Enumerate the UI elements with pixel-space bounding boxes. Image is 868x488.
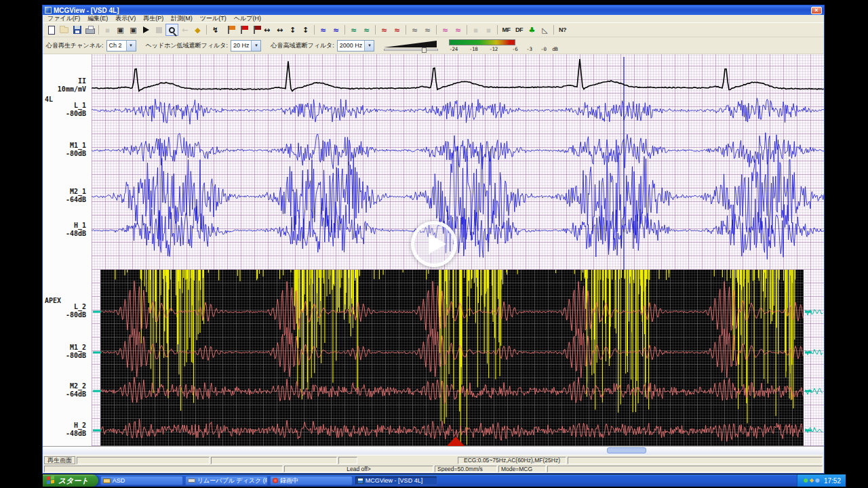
event-marker-button[interactable]: ◆ bbox=[191, 24, 204, 36]
position-scrollbar[interactable] bbox=[43, 446, 824, 455]
start-button[interactable]: スタート bbox=[43, 474, 98, 487]
wave-red-up-icon: ≈ bbox=[381, 26, 387, 34]
level-meter: -24 -18 -12 -6 -3 -0 dB bbox=[449, 39, 557, 52]
gain-up-button[interactable]: ↕ bbox=[286, 24, 299, 36]
volume-thumb[interactable] bbox=[422, 47, 427, 53]
chevron-down-icon[interactable]: ▼ bbox=[364, 41, 374, 51]
task-mcgview-button[interactable]: MCGView - [VSD 4L] bbox=[355, 476, 437, 485]
wave-green-down-icon: ≈ bbox=[363, 26, 370, 34]
wave-red-down-button[interactable]: ≈ bbox=[391, 24, 403, 36]
play-icon bbox=[143, 26, 149, 33]
channel-M1_2-label: M1_2 bbox=[43, 344, 86, 351]
lead-status: Lead off> bbox=[284, 466, 433, 472]
menu-help[interactable]: ヘルプ(H) bbox=[234, 14, 261, 23]
playback-panel-3 bbox=[338, 457, 357, 464]
task-asd-button[interactable]: ASD bbox=[100, 476, 183, 485]
mf-filter-button[interactable]: MF bbox=[500, 24, 513, 36]
wave-green-down-button[interactable]: ≈ bbox=[360, 24, 373, 36]
close-button[interactable]: × bbox=[811, 7, 822, 14]
mode-status: Mode=MCG bbox=[498, 466, 546, 472]
wave-green-up-button[interactable]: ≈ bbox=[347, 24, 360, 36]
wave-blue-down-icon: ≈ bbox=[333, 26, 339, 34]
gain-down-icon: ↕ bbox=[302, 26, 309, 34]
system-tray: ●◆● 17:52 bbox=[797, 474, 846, 487]
video-play-overlay[interactable] bbox=[411, 221, 457, 267]
tray-icon-0[interactable]: ● bbox=[804, 477, 808, 483]
save-file-button[interactable] bbox=[71, 24, 83, 36]
ecg-lead-label: II bbox=[43, 77, 86, 85]
task-label: ASD bbox=[113, 477, 125, 484]
undo-icon: ← bbox=[182, 26, 188, 34]
menu-play[interactable]: 再生(P) bbox=[143, 14, 163, 23]
channel-M2_1-label: M2_1 bbox=[43, 188, 86, 195]
tool-b-button: ▪ bbox=[482, 24, 495, 36]
menu-bar: ファイル(F)編集(E)表示(V)再生(P)計測(M)ツール(T)ヘルプ(H) bbox=[43, 15, 824, 23]
ecg-filter-info: ECG:0.05~75Hz,AC(60Hz),MF(25Hz) bbox=[458, 457, 566, 464]
print-button[interactable] bbox=[83, 24, 96, 36]
wave-blue-down-button[interactable]: ≈ bbox=[330, 24, 342, 36]
df-filter-button[interactable]: DF bbox=[513, 24, 526, 36]
help-icon: N? bbox=[559, 26, 566, 33]
new-file-button[interactable] bbox=[45, 24, 58, 36]
task-removable-disk-button[interactable]: リムーバブル ディスク (F:) bbox=[185, 476, 268, 485]
tray-icon-2[interactable]: ● bbox=[815, 477, 820, 483]
tool-a-icon: ▪ bbox=[473, 26, 478, 34]
title-bar[interactable]: MCGView - [VSD 4L] × bbox=[43, 5, 824, 15]
gain-down-button[interactable]: ↕ bbox=[299, 24, 312, 36]
toolbar-separator bbox=[375, 25, 376, 35]
waveform-plot[interactable] bbox=[92, 54, 824, 446]
snapshot-a-button[interactable]: ▣ bbox=[114, 24, 127, 36]
menu-tools[interactable]: ツール(T) bbox=[200, 14, 226, 23]
span-expand-icon: ↔ bbox=[264, 26, 270, 34]
wave-pink-down-button[interactable]: ≈ bbox=[452, 24, 465, 36]
volume-track[interactable] bbox=[384, 49, 438, 51]
wave-blue-up-icon: ≈ bbox=[320, 26, 326, 34]
exercise-mode-button[interactable]: ↯ bbox=[209, 24, 222, 36]
wave-gray-down-button[interactable]: ≈ bbox=[421, 24, 434, 36]
wave-red-up-button[interactable]: ≈ bbox=[378, 24, 391, 36]
report-area-button[interactable]: ◺ bbox=[538, 24, 551, 36]
main-toolbar: ▪▣▣←◆↯↔↔↕↕≈≈≈≈≈≈≈≈≈≈▪▪MFDF♣◺N? bbox=[43, 23, 824, 37]
help-button[interactable]: N? bbox=[556, 24, 569, 36]
scrollbar-thumb[interactable] bbox=[607, 447, 646, 453]
span-compress-icon: ↔ bbox=[277, 26, 283, 34]
span-expand-button[interactable]: ↔ bbox=[260, 24, 273, 36]
tray-icon-1[interactable]: ◆ bbox=[810, 477, 814, 483]
highcut-select[interactable]: 2000 Hz ▼ bbox=[337, 40, 375, 52]
channel-select[interactable]: Ch 2 ▼ bbox=[106, 40, 136, 52]
volume-slider[interactable] bbox=[384, 41, 438, 51]
chevron-down-icon[interactable]: ▼ bbox=[126, 41, 136, 51]
chevron-down-icon[interactable]: ▼ bbox=[251, 41, 260, 51]
lowcut-label: ヘッドホン低域遮断フィルタ: bbox=[146, 41, 228, 50]
wave-pink-up-button[interactable]: ≈ bbox=[439, 24, 452, 36]
wave-blue-up-button[interactable]: ≈ bbox=[317, 24, 330, 36]
play-button[interactable] bbox=[140, 24, 153, 36]
span-compress-button[interactable]: ↔ bbox=[273, 24, 286, 36]
lowcut-select[interactable]: 20 Hz ▼ bbox=[231, 40, 262, 52]
playback-panel-1 bbox=[77, 457, 210, 464]
playback-screen-label: 再生画面 bbox=[44, 456, 75, 464]
tray-icons[interactable]: ●◆● bbox=[804, 478, 821, 483]
flag-orange-button[interactable] bbox=[222, 24, 235, 36]
drive-icon bbox=[188, 479, 195, 483]
highcut-label: 心音高域遮断フィルタ: bbox=[271, 41, 334, 50]
menu-file[interactable]: ファイル(F) bbox=[47, 14, 80, 23]
channel-M1_1-gain: -80dB bbox=[43, 150, 86, 157]
menu-measure[interactable]: 計測(M) bbox=[171, 14, 193, 23]
play-icon bbox=[429, 234, 446, 254]
app-icon bbox=[45, 7, 52, 14]
patient-button[interactable]: ♣ bbox=[526, 24, 538, 36]
open-file-button bbox=[58, 24, 71, 36]
channel-M2_1-gain: -64dB bbox=[43, 196, 86, 203]
save-file-icon bbox=[73, 26, 81, 34]
flag-dark-red-button[interactable] bbox=[248, 24, 260, 36]
snapshot-b-button[interactable]: ▣ bbox=[127, 24, 140, 36]
menu-edit[interactable]: 編集(E) bbox=[87, 14, 108, 23]
wave-gray-up-button[interactable]: ≈ bbox=[408, 24, 421, 36]
task-recording-button[interactable]: 録画中 bbox=[270, 476, 353, 485]
audio-toolbar: 心音再生チャンネル: Ch 2 ▼ ヘッドホン低域遮断フィルタ: 20 Hz ▼… bbox=[43, 37, 824, 54]
flag-red-button[interactable] bbox=[235, 24, 248, 36]
zoom-select-button[interactable] bbox=[165, 24, 178, 36]
channel-L_1-gain: -80dB bbox=[43, 110, 86, 117]
menu-view[interactable]: 表示(V) bbox=[115, 14, 136, 23]
